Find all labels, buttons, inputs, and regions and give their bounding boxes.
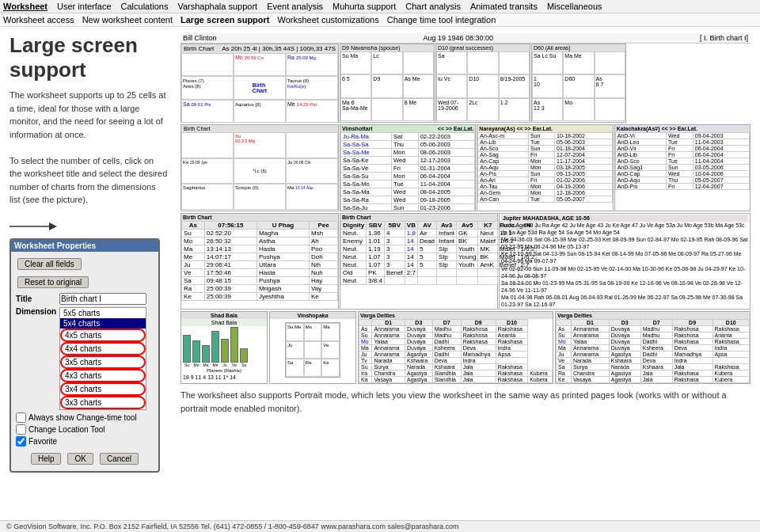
vp2: Mo (304, 323, 322, 341)
dialog-bottom-buttons: Help OK Cancel (16, 451, 154, 466)
dim-5x4[interactable]: 5x4 charts (60, 318, 146, 329)
narayana-label: Narayana(As) << >> Ear.Lat. (479, 126, 553, 131)
bbc6: Sagittarius (181, 184, 234, 210)
menu-item-worksheet[interactable]: Worksheet (3, 2, 48, 11)
dim-4x5[interactable]: 4x5 charts (60, 329, 146, 342)
d60-c7: Mo (563, 98, 594, 121)
dimension-list[interactable]: 5x5 charts 5x4 charts 4x5 charts 4x4 cha… (59, 307, 146, 410)
bottom-row: Shad Bala Shad Bala Su Mo (180, 311, 750, 384)
d10-c2 (467, 51, 498, 74)
d9-navamsha: D9 Navamsha (spouse) Su Ma Lc 6 5 D9 As … (340, 44, 435, 123)
menu-item-misc[interactable]: Miscellaneous (547, 2, 602, 11)
d9-c2: Lc (371, 51, 402, 74)
submenu-customizations[interactable]: Worksheet customizations (278, 15, 379, 25)
menu-item-events[interactable]: Event analysis (267, 2, 323, 11)
submenu-changetime[interactable]: Change time tool integration (387, 15, 496, 25)
bar-mo-label: Mo (194, 363, 200, 367)
dim-3x5[interactable]: 3x5 charts (60, 355, 146, 369)
d60-c5: As8 7 (595, 74, 625, 97)
birth-chart-main: Birth Chart As 20h 25 4l | 30h,35 44S | … (180, 44, 339, 123)
kalachakra-table: AnD-ViWed09-04-2003 AnD-LeoTue11-04-2003… (615, 132, 750, 190)
d60-c4: 110 (532, 74, 563, 97)
arrow-indicator (10, 215, 168, 238)
vp3: Ma (321, 323, 340, 341)
location-checkbox[interactable] (16, 424, 26, 435)
menu-item-muhurta[interactable]: Muhurta support (332, 2, 396, 11)
dialog-btn-row1: Clear all fields (16, 256, 154, 272)
d60-center: D60 (563, 74, 594, 97)
d9-c8: 8 Me (403, 98, 434, 121)
bar-ma: Ma (202, 345, 210, 367)
right-panel: Bill Clinton Aug 19 1946 08:30:00 [ I. B… (180, 33, 750, 473)
vp4: Ju (286, 341, 304, 359)
bc-cell-8: Me 14:29 Per (286, 100, 338, 123)
d60-grid: Sa Lc Su Ma Me 110 D60 As8 7 As12 3 Mo (532, 51, 625, 121)
shadbala-panel: Shad Bala Shad Bala Su Mo (180, 311, 268, 384)
bar-ju-fill (221, 339, 229, 363)
favorite-checkbox[interactable] (16, 436, 26, 446)
dim-3x3[interactable]: 3x3 charts (60, 396, 146, 409)
dim-5x5[interactable]: 5x5 charts (60, 308, 146, 318)
bar-ma-fill (202, 345, 210, 363)
vimshottari-header: Vimshottari << >> Ear.Lat. (340, 125, 475, 132)
menu-item-userinterface[interactable]: User interface (57, 2, 111, 11)
vinshopaka-grid: Su Me Mo Ma Ju Ve Sa Ra Ke (285, 322, 340, 378)
big-birth-chart: Birth Chart Su02:23 Mg Ke 25:09 Jye *Lc … (180, 124, 339, 211)
bar-ju-label: Ju (222, 363, 226, 367)
birth-chart-grid: Mo 26:59 Cn Ra 25:09 Mg Pisces (7)Aries … (181, 53, 338, 123)
reset-to-original-button[interactable]: Reset to original (17, 276, 89, 288)
location-label: Change Location Tool (28, 425, 105, 434)
bottom-description: The worksheet also supports Portrait mod… (180, 389, 750, 415)
vinshopaka-panel: Vinshopaka Su Me Mo Ma Ju Ve Sa Ra Ke (269, 311, 356, 384)
title-label: Title (16, 294, 59, 303)
bbc2: Su02:23 Mg (234, 132, 286, 158)
shadbala-subheader: Shad Bala (181, 319, 267, 326)
ok-button[interactable]: OK (67, 453, 93, 465)
bar-su: Su (183, 335, 191, 367)
cancel-button[interactable]: Cancel (100, 453, 139, 465)
middle-section: Birth Chart Su02:23 Mg Ke 25:09 Jye *Lc … (180, 124, 750, 211)
bar-ve: Ve (230, 327, 238, 367)
bar-sa: Sa (240, 348, 248, 367)
svg-marker-1 (49, 222, 57, 230)
menu-item-calculations[interactable]: Calculations (121, 2, 169, 11)
footer-text: © GeoVision Software, Inc. P.O. Box 2152… (6, 522, 459, 530)
d9-c6: Ma 6Sa-Ma-Me (340, 98, 371, 121)
desc-text-2: To select the number of cells, click on … (10, 156, 167, 205)
big-bc-grid: Su02:23 Mg Ke 25:09 Jye *Lc (6) Ju 00:06… (181, 132, 338, 210)
checkbox-favorite: Favorite (16, 436, 154, 446)
dimension-label: Dimension (16, 307, 59, 316)
submenu-new-content[interactable]: New worksheet content (82, 15, 173, 25)
bbc-center: *Lc (6) (234, 158, 286, 184)
mahadasha-panel: Jupiter MAHADASHA, AGE 10-56 Ju Ju Age 4… (499, 213, 750, 310)
changetime-checkbox[interactable] (16, 412, 26, 423)
vimshottari-table: Ju-Ra-MaSat02-22-2003 Sa-Sa-SaThu05-06-2… (340, 132, 475, 211)
d9-c7 (371, 98, 402, 121)
submenu-worksheet-access[interactable]: Worksheet access (3, 15, 74, 25)
third-row: Birth Chart As07:56:15U PhagPee Su02:52:… (180, 213, 750, 310)
checkbox-location: Change Location Tool (16, 424, 154, 435)
d60-c8 (595, 98, 625, 121)
shadbala-chart-area: Su Mo Ma Me (181, 326, 267, 374)
clear-all-fields-button[interactable]: Clear all fields (17, 258, 82, 270)
dim-3x4[interactable]: 3x4 charts (60, 382, 146, 396)
menu-item-animated[interactable]: Animated transits (470, 2, 538, 11)
bbc8: Ma 13:14 Aqu (286, 184, 338, 210)
bar-ma-label: Ma (203, 363, 209, 367)
bar-su-fill (183, 335, 191, 363)
menu-item-chartanalysis[interactable]: Chart analysis (405, 2, 461, 11)
d9-c5: As Me (403, 74, 434, 97)
dialog-area: Worksheet Properties Clear all fields Re… (10, 238, 168, 473)
dim-4x3[interactable]: 4x3 charts (60, 369, 146, 382)
desc-text-1: The worksheet supports up to 25 cells at… (10, 90, 166, 139)
title-input[interactable] (59, 293, 146, 305)
sub-menu: Worksheet access New worksheet content L… (0, 13, 760, 27)
vp8: Ke (321, 359, 340, 377)
menu-item-varshaphala[interactable]: Varshaphala support (177, 2, 257, 11)
dim-4x4[interactable]: 4x4 charts (60, 342, 146, 355)
bc-table1-header: Birth Chart (181, 214, 338, 221)
submenu-large-screen[interactable]: Large screen support (180, 15, 269, 25)
bar-mo: Mo (192, 340, 200, 367)
help-button[interactable]: Help (31, 453, 62, 465)
d10-chart: D10 (great successes) Sa Iu Vc D10 8/19-… (435, 44, 530, 123)
